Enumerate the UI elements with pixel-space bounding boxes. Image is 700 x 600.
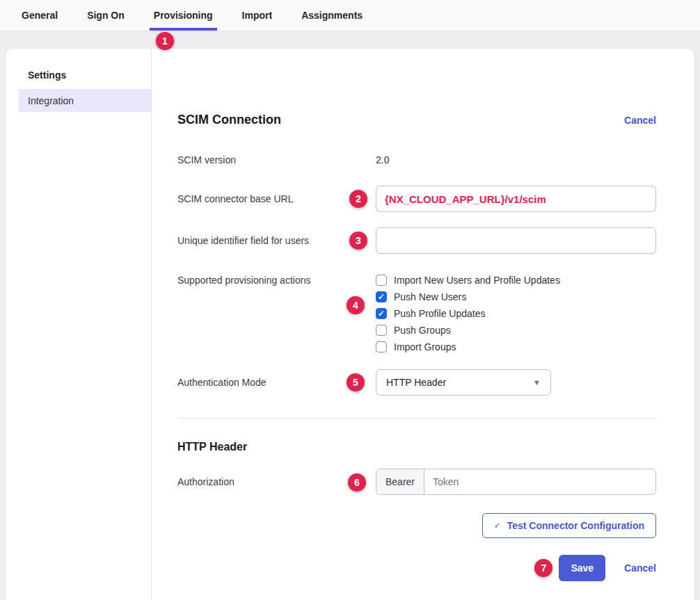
provisioning-option-row: Push New Users	[376, 289, 656, 305]
test-connector-row: ✓ Test Connector Configuration	[177, 513, 656, 538]
settings-sidebar: Settings Integration	[6, 49, 152, 600]
checkbox-push-groups[interactable]	[376, 325, 387, 336]
unique-identifier-label: Unique identifier field for users	[177, 227, 376, 247]
checkbox-label-import-new-users-and-profile-updates: Import New Users and Profile Updates	[394, 275, 560, 286]
provisioning-option-row: Import New Users and Profile Updates	[376, 272, 656, 289]
scim-base-url-row: SCIM connector base URL 2	[177, 186, 656, 212]
checkbox-import-new-users-and-profile-updates[interactable]	[376, 275, 387, 286]
title-row: SCIM Connection Cancel	[177, 113, 656, 127]
sidebar-heading: Settings	[28, 70, 151, 81]
tab-sign-on[interactable]: Sign On	[83, 0, 129, 31]
save-button[interactable]: Save	[559, 555, 605, 581]
provisioning-option-row: Push Profile Updates	[376, 305, 656, 322]
step-badge-1: 1	[156, 32, 174, 50]
section-divider	[177, 418, 656, 419]
authentication-mode-selected-value: HTTP Header	[386, 377, 446, 388]
provisioning-actions-label: Supported provisioning actions	[177, 272, 376, 286]
authorization-row: Authorization 6 Bearer	[177, 469, 656, 495]
provisioning-option-row: Import Groups	[376, 339, 656, 355]
authorization-scheme-label: Bearer	[376, 469, 424, 494]
tab-general[interactable]: General	[17, 0, 62, 31]
step-badge-3: 3	[349, 232, 367, 250]
authorization-input-group: Bearer	[376, 469, 656, 495]
tab-import[interactable]: Import	[238, 0, 277, 31]
authentication-mode-label: Authentication Mode	[177, 369, 376, 389]
step-badge-2: 2	[349, 190, 367, 208]
scim-version-row: SCIM version 2.0	[177, 154, 656, 166]
chevron-down-icon: ▼	[533, 378, 541, 387]
app-tab-bar: General Sign On Provisioning Import Assi…	[0, 0, 700, 31]
scim-version-label: SCIM version	[177, 154, 376, 166]
tab-provisioning[interactable]: Provisioning	[150, 0, 217, 31]
provisioning-option-row: Push Groups	[376, 322, 656, 339]
scim-base-url-input[interactable]	[376, 186, 656, 212]
scim-base-url-label: SCIM connector base URL	[177, 186, 376, 205]
http-header-section-title: HTTP Header	[177, 441, 656, 453]
checkbox-label-push-new-users: Push New Users	[394, 291, 466, 302]
sidebar-item-integration[interactable]: Integration	[19, 89, 151, 112]
cancel-link-top[interactable]: Cancel	[624, 115, 656, 126]
provisioning-actions-row: Supported provisioning actions 4 Import …	[177, 272, 656, 355]
checkbox-push-new-users[interactable]	[376, 291, 387, 302]
token-input[interactable]	[424, 469, 655, 494]
authentication-mode-row: Authentication Mode 5 HTTP Header ▼	[177, 369, 656, 396]
check-icon: ✓	[494, 521, 501, 530]
page-title: SCIM Connection	[177, 113, 281, 127]
tab-assignments[interactable]: Assignments	[297, 0, 367, 31]
step-badge-5: 5	[347, 373, 365, 391]
test-connector-button[interactable]: ✓ Test Connector Configuration	[482, 513, 656, 538]
checkbox-import-groups[interactable]	[376, 341, 387, 352]
authorization-label: Authorization	[177, 469, 376, 488]
scim-connection-panel: SCIM Connection Cancel SCIM version 2.0 …	[152, 49, 694, 600]
checkbox-label-push-profile-updates: Push Profile Updates	[394, 308, 486, 319]
step-badge-6: 6	[348, 473, 366, 492]
step-badge-7: 7	[534, 559, 552, 577]
checkbox-label-push-groups: Push Groups	[394, 325, 451, 336]
authentication-mode-select[interactable]: HTTP Header ▼	[376, 369, 551, 396]
scim-version-value: 2.0	[376, 154, 389, 165]
test-connector-button-label: Test Connector Configuration	[507, 520, 644, 531]
content-card: Settings Integration SCIM Connection Can…	[6, 49, 694, 600]
form-footer-actions: 7 Save Cancel	[177, 555, 656, 581]
unique-identifier-input[interactable]	[376, 227, 656, 254]
checkbox-label-import-groups: Import Groups	[394, 341, 456, 352]
unique-identifier-row: Unique identifier field for users 3	[177, 227, 656, 254]
checkbox-push-profile-updates[interactable]	[376, 308, 387, 319]
cancel-link-bottom[interactable]: Cancel	[624, 562, 656, 574]
step-badge-4: 4	[347, 296, 365, 314]
